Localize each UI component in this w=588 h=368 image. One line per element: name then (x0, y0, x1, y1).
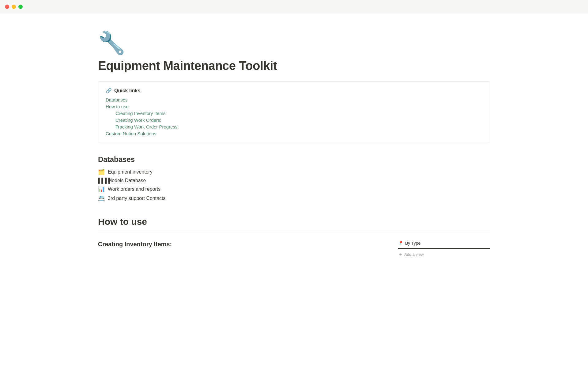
by-type-label: By Type (405, 241, 420, 246)
close-button[interactable] (5, 5, 9, 9)
quick-links-box: 🔗 Quick links Databases How to use Creat… (98, 81, 490, 143)
quick-links-list: Databases How to use Creating Inventory … (106, 97, 482, 136)
databases-list: 🗂️ Equipment inventory ▌▌▌▌ Models Datab… (98, 169, 490, 202)
work-orders-icon: 📊 (98, 186, 105, 193)
by-type-tab[interactable]: 📍 By Type (398, 241, 490, 249)
equipment-inventory-label: Equipment inventory (108, 169, 153, 175)
db-item-work-orders[interactable]: 📊 Work orders and reports (98, 186, 490, 193)
db-item-equipment-inventory[interactable]: 🗂️ Equipment inventory (98, 169, 490, 175)
how-to-use-heading: How to use (98, 217, 490, 231)
contacts-icon: 📇 (98, 195, 105, 202)
models-database-label: Models Database (108, 178, 146, 183)
add-view-label: Add a view (404, 252, 424, 257)
db-item-contacts[interactable]: 📇 3rd party support Contacts (98, 195, 490, 202)
work-orders-label: Work orders and reports (108, 186, 160, 192)
quick-link-how-to-use[interactable]: How to use (106, 104, 482, 109)
quick-links-header: 🔗 Quick links (106, 88, 482, 94)
creating-left: Creating Inventory Items: (98, 241, 380, 251)
databases-heading: Databases (98, 155, 490, 164)
quick-link-creating-inventory[interactable]: Creating Inventory Items: (106, 111, 482, 116)
minimize-button[interactable] (12, 5, 16, 9)
titlebar (0, 0, 588, 13)
creating-right: 📍 By Type ＋ Add a view (398, 241, 490, 258)
quick-link-custom-notion[interactable]: Custom Notion Sulutions (106, 131, 482, 136)
page-title: Equipment Maintenance Toolkit (98, 59, 490, 73)
db-item-models-database[interactable]: ▌▌▌▌ Models Database (98, 178, 490, 183)
plus-icon: ＋ (398, 251, 403, 258)
quick-link-tracking-progress[interactable]: Tracking Work Order Progress: (106, 124, 482, 130)
add-view-button[interactable]: ＋ Add a view (398, 251, 490, 258)
how-to-use-section: How to use Creating Inventory Items: 📍 B… (98, 217, 490, 258)
equipment-inventory-icon: 🗂️ (98, 169, 105, 175)
maximize-button[interactable] (18, 5, 23, 9)
quick-link-creating-work-orders[interactable]: Creating Work Orders: (106, 117, 482, 123)
creating-section: Creating Inventory Items: 📍 By Type ＋ Ad… (98, 241, 490, 258)
page-icon: 🔧 (98, 32, 490, 54)
chain-icon: 🔗 (106, 88, 112, 94)
pin-icon: 📍 (398, 241, 403, 246)
contacts-label: 3rd party support Contacts (108, 196, 166, 201)
quick-links-title: Quick links (114, 88, 140, 94)
main-content: 🔧 Equipment Maintenance Toolkit 🔗 Quick … (0, 13, 588, 282)
creating-inventory-title: Creating Inventory Items: (98, 241, 380, 248)
quick-link-databases[interactable]: Databases (106, 97, 482, 103)
models-database-icon: ▌▌▌▌ (98, 178, 105, 183)
